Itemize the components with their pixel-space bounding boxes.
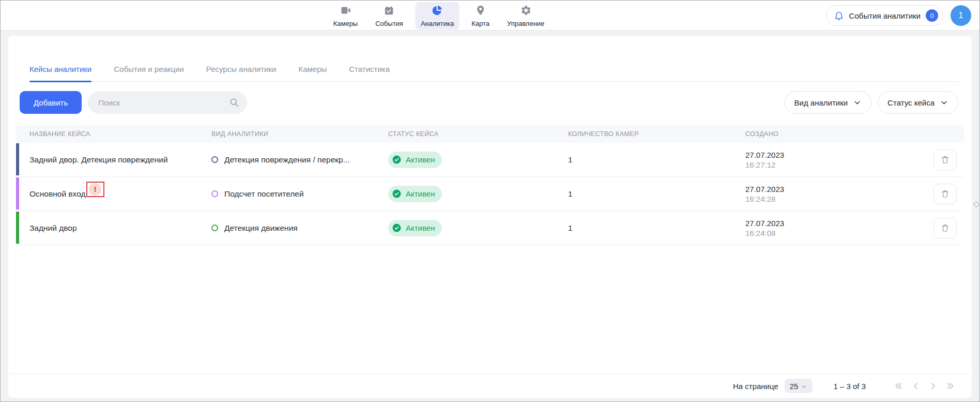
created-cell: 27.07.2023 16:24:08 <box>732 219 923 237</box>
status-badge: Активен <box>388 186 442 202</box>
search-input[interactable] <box>88 91 247 114</box>
nav-label: Управление <box>507 20 544 27</box>
last-page-button[interactable] <box>944 380 956 392</box>
nav-item-map[interactable]: Карта <box>466 2 495 29</box>
per-page-select[interactable]: 25 <box>785 379 813 393</box>
tab-events-and-reactions[interactable]: События и реакции <box>114 56 184 81</box>
created-date: 27.07.2023 <box>745 185 784 193</box>
map-pin-icon <box>475 5 486 18</box>
case-status-filter[interactable]: Статус кейса <box>878 91 958 114</box>
nav-label: Камеры <box>333 20 358 27</box>
topbar-right: События аналитики 0 1 <box>826 5 971 26</box>
camera-count-cell: 1 <box>555 155 732 165</box>
nav-item-analytics[interactable]: Аналитика <box>416 2 459 29</box>
first-page-button[interactable] <box>893 380 905 392</box>
case-name-cell: Основной вход ! <box>16 186 198 202</box>
events-button-label: События аналитики <box>849 11 921 20</box>
analytics-type-filter-label: Вид аналитики <box>794 98 848 107</box>
pager-controls <box>893 380 956 392</box>
table-row[interactable]: Задний двор. Детекция повреждений Детекц… <box>16 143 964 177</box>
check-circle-icon <box>392 155 402 165</box>
per-page-label: На странице <box>733 382 778 391</box>
actions-cell <box>923 150 964 170</box>
status-label: Активен <box>406 189 435 198</box>
alert-annotation: ! <box>86 182 104 197</box>
table-row[interactable]: Основной вход ! Подсчет посетителей Акти… <box>16 177 964 211</box>
events-count-badge: 0 <box>926 9 938 22</box>
user-avatar[interactable]: 1 <box>951 5 971 26</box>
search-icon <box>229 97 239 108</box>
delete-button[interactable] <box>933 150 957 170</box>
toolbar: Добавить Вид аналитики Статус кейса <box>20 91 958 114</box>
tab-analytics-cases[interactable]: Кейсы аналитики <box>29 56 91 81</box>
analytics-type-label: Подсчет посетителей <box>224 189 304 199</box>
created-cell: 27.07.2023 16:27:12 <box>732 151 923 169</box>
actions-cell <box>923 184 964 204</box>
camera-count-cell: 1 <box>555 224 732 233</box>
next-page-button[interactable] <box>927 380 939 392</box>
video-camera-icon <box>340 5 351 18</box>
pagination-range: 1 – 3 of 3 <box>833 382 866 391</box>
pagination-bar: На странице 25 1 – 3 of 3 <box>8 374 972 398</box>
alert-icon: ! <box>89 183 101 196</box>
analytics-type-filter[interactable]: Вид аналитики <box>785 91 872 114</box>
nav-item-events[interactable]: События <box>370 2 408 29</box>
tab-statistics[interactable]: Статистика <box>349 56 390 81</box>
analytics-type-label: Детекция повреждения / перекр... <box>224 155 350 165</box>
top-bar: Камеры События Аналитика Карта Управлени… <box>1 1 979 31</box>
status-badge: Активен <box>388 220 442 236</box>
camera-count: 1 <box>568 189 573 199</box>
previous-page-button[interactable] <box>910 380 922 392</box>
tab-cameras[interactable]: Камеры <box>298 56 327 81</box>
actions-cell <box>923 218 964 239</box>
case-status-filter-label: Статус кейса <box>887 98 935 107</box>
camera-count: 1 <box>568 155 573 165</box>
delete-button[interactable] <box>933 218 957 239</box>
case-name: Задний двор. Детекция повреждений <box>29 155 168 165</box>
camera-count: 1 <box>568 224 573 233</box>
status-label: Активен <box>406 155 435 164</box>
analytics-type-cell: Детекция движения <box>198 224 375 233</box>
analytics-type-dot <box>211 225 218 231</box>
analytics-type-label: Детекция движения <box>224 224 298 233</box>
created-date: 27.07.2023 <box>745 151 784 159</box>
table-row[interactable]: Задний двор Детекция движения Активен 1 … <box>16 211 964 245</box>
check-circle-icon <box>392 223 402 233</box>
search-field <box>88 91 247 114</box>
column-header-created: СОЗДАНО <box>732 130 923 138</box>
case-status-cell: Активен <box>375 220 555 236</box>
nav-label: Аналитика <box>421 20 454 27</box>
delete-button[interactable] <box>933 184 957 204</box>
row-accent-bar <box>16 212 19 244</box>
analytics-events-button[interactable]: События аналитики 0 <box>826 5 943 26</box>
created-cell: 27.07.2023 16:24:28 <box>732 185 923 203</box>
trash-icon <box>940 223 950 233</box>
column-header-case-name: НАЗВАНИЕ КЕЙСА <box>16 130 198 138</box>
status-label: Активен <box>406 224 435 232</box>
nav-label: Карта <box>471 20 489 27</box>
analytics-type-dot <box>211 156 218 163</box>
add-button[interactable]: Добавить <box>20 91 82 114</box>
row-accent-bar <box>16 177 19 210</box>
camera-count-cell: 1 <box>555 189 732 199</box>
tab-analytics-resources[interactable]: Ресурсы аналитики <box>206 56 277 81</box>
trash-icon <box>940 155 950 165</box>
gear-icon <box>520 5 531 18</box>
content-panel: Кейсы аналитики События и реакции Ресурс… <box>8 36 972 398</box>
chevron-down-icon <box>853 98 862 107</box>
nav-item-cameras[interactable]: Камеры <box>328 2 363 29</box>
nav-item-management[interactable]: Управление <box>502 2 549 29</box>
created-date: 27.07.2023 <box>745 219 784 228</box>
per-page-value: 25 <box>790 382 799 391</box>
tabs-bar: Кейсы аналитики События и реакции Ресурс… <box>29 56 958 82</box>
check-circle-icon <box>392 189 402 199</box>
analytics-type-cell: Подсчет посетителей <box>198 189 375 199</box>
calendar-check-icon <box>384 5 395 18</box>
table-header-row: НАЗВАНИЕ КЕЙСА ВИД АНАЛИТИКИ СТАТУС КЕЙС… <box>16 125 964 143</box>
nav-label: События <box>375 20 403 27</box>
chevron-down-icon <box>940 98 948 107</box>
chevron-down-icon <box>801 383 807 390</box>
alert-exclamation: ! <box>94 186 97 193</box>
case-status-cell: Активен <box>375 186 555 202</box>
bell-icon <box>834 10 844 21</box>
